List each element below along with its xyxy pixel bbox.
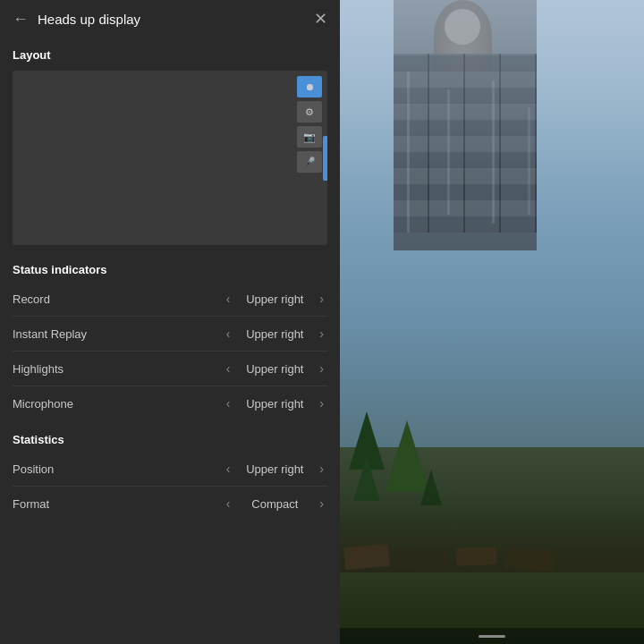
record-nav: ‹ Upper right › [223, 290, 327, 308]
bottom-bar [340, 628, 644, 644]
highlights-nav: ‹ Upper right › [223, 360, 327, 377]
car-1 [343, 544, 390, 570]
format-prev-arrow[interactable]: ‹ [223, 495, 234, 513]
record-row: Record ‹ Upper right › [13, 282, 327, 317]
sky-mist [340, 0, 644, 179]
microphone-row: Microphone ‹ Upper right › [13, 386, 327, 420]
settings-icon-btn[interactable]: ⚙ [297, 101, 322, 123]
format-value: Compact [239, 497, 310, 511]
instant-replay-label: Instant Replay [13, 327, 223, 341]
highlights-prev-arrow[interactable]: ‹ [223, 360, 234, 377]
position-row: Position ‹ Upper right › [13, 452, 327, 487]
highlights-row: Highlights ‹ Upper right › [13, 352, 327, 386]
statistics-section: Statistics Position ‹ Upper right › Form… [0, 424, 340, 524]
instant-replay-value: Upper right [239, 327, 310, 341]
instant-replay-nav: ‹ Upper right › [223, 325, 327, 343]
position-next-arrow[interactable]: › [316, 460, 327, 478]
position-label: Position [13, 462, 223, 476]
back-button[interactable]: ← [13, 10, 29, 29]
microphone-value: Upper right [239, 397, 310, 411]
highlights-value: Upper right [239, 362, 310, 376]
settings-panel: ← Heads up display ✕ Layout ⏺ ⚙ 📷 🎤 Stat… [0, 0, 340, 644]
car-2 [393, 549, 447, 572]
panel-title: Heads up display [38, 12, 314, 27]
position-prev-arrow[interactable]: ‹ [223, 460, 234, 478]
status-section-title: Status indicators [13, 263, 327, 276]
record-prev-arrow[interactable]: ‹ [223, 290, 234, 308]
format-row: Format ‹ Compact › [13, 487, 327, 521]
record-icon-btn[interactable]: ⏺ [297, 76, 322, 97]
microphone-prev-arrow[interactable]: ‹ [223, 394, 234, 412]
microphone-label: Microphone [13, 397, 223, 411]
instant-replay-row: Instant Replay ‹ Upper right › [13, 317, 327, 352]
layout-section-title: Layout [13, 48, 327, 62]
close-button[interactable]: ✕ [314, 9, 327, 29]
bottom-indicator [479, 635, 505, 638]
statistics-section-title: Statistics [13, 433, 327, 446]
panel-header: ← Heads up display ✕ [0, 0, 340, 38]
record-next-arrow[interactable]: › [316, 290, 327, 308]
record-label: Record [13, 292, 223, 306]
status-indicators-section: Status indicators Record ‹ Upper right ›… [0, 256, 340, 424]
record-value: Upper right [239, 292, 310, 306]
layout-blue-bar [323, 136, 327, 181]
highlights-next-arrow[interactable]: › [316, 360, 327, 377]
format-next-arrow[interactable]: › [316, 495, 327, 513]
layout-icon-group: ⏺ ⚙ 📷 🎤 [297, 76, 322, 173]
microphone-nav: ‹ Upper right › [223, 394, 327, 412]
highlights-label: Highlights [13, 362, 223, 376]
instant-replay-prev-arrow[interactable]: ‹ [223, 325, 234, 343]
position-nav: ‹ Upper right › [223, 460, 327, 478]
game-scene [340, 0, 644, 644]
camera-icon-btn[interactable]: 📷 [297, 126, 322, 148]
format-label: Format [13, 497, 223, 511]
tree-group-left [349, 411, 385, 501]
layout-section: Layout ⏺ ⚙ 📷 🎤 [0, 38, 340, 256]
car-4 [504, 547, 555, 572]
layout-preview: ⏺ ⚙ 📷 🎤 [13, 71, 327, 245]
mic-icon-btn[interactable]: 🎤 [297, 151, 322, 173]
instant-replay-next-arrow[interactable]: › [316, 325, 327, 343]
format-nav: ‹ Compact › [223, 495, 327, 513]
microphone-next-arrow[interactable]: › [316, 394, 327, 412]
game-panel [340, 0, 644, 644]
position-value: Upper right [239, 462, 310, 476]
car-3 [456, 547, 497, 566]
